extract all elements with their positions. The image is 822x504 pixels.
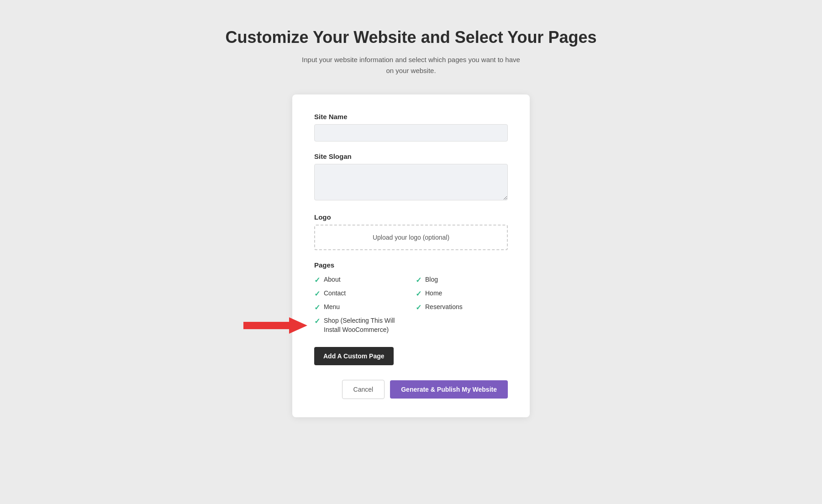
page-label-contact: Contact [324,289,346,298]
red-arrow-annotation [243,316,307,335]
page-label-home: Home [425,289,442,298]
site-slogan-group: Site Slogan [314,152,508,202]
check-icon-shop: ✓ [314,317,320,326]
check-icon-contact: ✓ [314,289,320,298]
page-item-about[interactable]: ✓ About [314,275,406,284]
cancel-button[interactable]: Cancel [342,380,385,399]
page-label-blog: Blog [425,275,438,284]
page-header: Customize Your Website and Select Your P… [226,27,597,76]
logo-upload-area[interactable]: Upload your logo (optional) [314,225,508,250]
generate-publish-button[interactable]: Generate & Publish My Website [390,380,508,399]
pages-grid: ✓ About ✓ Blog ✓ Contact ✓ Home ✓ Menu [314,275,508,334]
page-item-contact[interactable]: ✓ Contact [314,289,406,298]
site-name-input[interactable] [314,124,508,142]
page-subtitle: Input your website information and selec… [301,54,521,76]
pages-label: Pages [314,261,508,269]
page-item-reservations[interactable]: ✓ Reservations [416,303,508,312]
site-slogan-label: Site Slogan [314,152,508,160]
check-icon-reservations: ✓ [416,303,422,312]
page-label-menu: Menu [324,303,340,312]
upload-logo-text: Upload your logo (optional) [373,234,449,241]
page-label-shop: Shop (Selecting This Will Install WooCom… [324,316,406,334]
page-label-about: About [324,275,341,284]
svg-marker-0 [243,317,307,334]
check-icon-home: ✓ [416,289,422,298]
add-custom-page-wrapper: Add A Custom Page [314,347,508,380]
page-item-home[interactable]: ✓ Home [416,289,508,298]
page-item-blog[interactable]: ✓ Blog [416,275,508,284]
page-item-shop[interactable]: ✓ Shop (Selecting This Will Install WooC… [314,316,406,334]
pages-section: Pages ✓ About ✓ Blog ✓ Contact ✓ Home [314,261,508,334]
logo-group: Logo Upload your logo (optional) [314,213,508,250]
form-actions: Cancel Generate & Publish My Website [314,380,508,399]
site-slogan-input[interactable] [314,164,508,200]
check-icon-about: ✓ [314,276,320,284]
site-name-label: Site Name [314,113,508,121]
page-title: Customize Your Website and Select Your P… [226,27,597,47]
form-card: Site Name Site Slogan Logo Upload your l… [292,94,530,417]
check-icon-menu: ✓ [314,303,320,312]
site-name-group: Site Name [314,113,508,142]
add-custom-page-button[interactable]: Add A Custom Page [314,347,394,365]
check-icon-blog: ✓ [416,276,422,284]
logo-label: Logo [314,213,508,221]
page-label-reservations: Reservations [425,303,463,312]
page-item-menu[interactable]: ✓ Menu [314,303,406,312]
